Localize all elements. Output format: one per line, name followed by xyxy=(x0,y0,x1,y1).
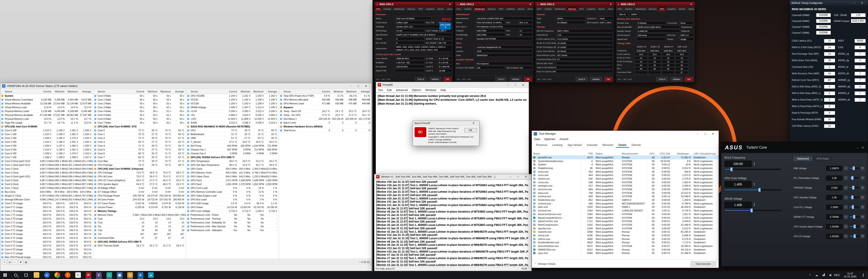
increase-button[interactable]: + xyxy=(861,176,865,180)
hwinfo-column-headers[interactable]: SensorCurrentMinimumMaximumAverage xyxy=(186,89,279,94)
validate-button[interactable]: Validate xyxy=(590,77,602,81)
cpuz-tab[interactable]: Mainboard xyxy=(634,7,647,11)
slider-track[interactable] xyxy=(849,207,859,208)
stepper-arrows[interactable]: ▲▼ xyxy=(753,203,755,207)
sensor-row[interactable]: GPU [#0]: NVIDIA GeForce RTX 2080 Ti xyxy=(93,240,186,244)
sensor-row[interactable]: AIO Pump944 RPM426 RPM1,044 RPM721 RPM xyxy=(186,144,279,148)
sensor-row[interactable]: Average Effective Clock4,996.2 MHz1,147.… xyxy=(0,198,93,202)
taskmgr-tab[interactable]: Dienste xyxy=(629,142,643,148)
cpuz-titlebar[interactable]: ⟁ ROG CPU-Z ✕ xyxy=(374,2,454,7)
cpuz-tab[interactable]: Caches xyxy=(623,7,634,11)
sensor-row[interactable]: Core 369 °C27 °C72 °C64 °C xyxy=(93,140,186,144)
taskbar-app-icon[interactable]: A xyxy=(135,271,146,279)
minimize-icon[interactable]: – xyxy=(857,146,859,149)
sensor-row[interactable]: Core 668 °C26 °C71 °C63 °C xyxy=(93,152,186,155)
sensor-row[interactable]: Aquaero xyxy=(279,105,372,109)
close-icon[interactable]: ✕ xyxy=(362,85,370,88)
sensor-row[interactable]: VCCIO1.200 V1.192 V1.208 V1.200 V xyxy=(186,98,279,102)
sensor-row[interactable]: Core 5 Clock4,997.5 MHz4,995.2 MHz5,098.… xyxy=(0,179,93,182)
volume-icon[interactable]: ◀) xyxy=(827,274,834,277)
timing-value-field[interactable]: 14 xyxy=(824,45,835,49)
sensor-row[interactable]: Temp - Vor CPU27.5 °C23.4 °C27.5 °C25.1 … xyxy=(279,113,372,117)
taskmgr-tab[interactable]: Prozesse xyxy=(534,142,550,148)
cpuz-tab[interactable]: Caches xyxy=(543,7,553,11)
sensor-row[interactable]: Core 2 T0 Usage100.0 %100.0 %100.0 %99.5… xyxy=(0,217,93,221)
slider-handle[interactable] xyxy=(730,167,733,171)
sensor-row[interactable]: Alarm Level0000 xyxy=(279,121,372,125)
sensor-row[interactable]: Core 2 Clock4,997.5 MHz4,995.2 MHz5,199.… xyxy=(0,167,93,171)
decrease-button[interactable]: − xyxy=(844,205,848,209)
sensor-row[interactable]: Performance Limit - ThermalNoNoNo- xyxy=(186,217,279,221)
sensor-row[interactable]: GPU Memory Used471 MB430 MB476 MB448 MB xyxy=(279,102,372,105)
sensor-row[interactable]: GPU Fan11,571 RPM1,568 RPM1,648 RPM1,585… xyxy=(186,179,279,182)
hwinfo-column-headers[interactable]: SensorCurrentMinimumMaximumAverage xyxy=(279,89,372,94)
sensor-row[interactable]: Virtual Memory Load13.6 %11.6 %14.5 %12.… xyxy=(0,105,93,109)
minimize-icon[interactable]: – xyxy=(506,175,514,178)
hwinfo-titlebar[interactable]: i HWiNFO64 v6.25-4020 Sensor Status (175… xyxy=(0,83,372,89)
taskbar-app-icon[interactable]: a xyxy=(146,271,156,279)
close-icon[interactable]: ✕ xyxy=(689,3,693,6)
slider-handle[interactable] xyxy=(854,234,856,238)
timing-value-field[interactable]: 4 xyxy=(824,85,835,89)
logging-icon[interactable]: ▤ xyxy=(7,260,12,264)
maximize-icon[interactable]: □ xyxy=(514,175,522,178)
sensor-row[interactable]: Core 7 Clock4,997.5 MHz4,995.0 MHz4,997.… xyxy=(0,186,93,190)
value-field[interactable]: 1.405 xyxy=(724,202,752,208)
sensor-row[interactable]: Performance Limit - UtilizationYesNoYes- xyxy=(186,228,279,232)
decrease-button[interactable]: − xyxy=(844,215,848,219)
sensor-row[interactable]: Windows Hardware Errors (WHEA) xyxy=(279,125,372,128)
sensor-row[interactable]: Physical Memory Load15.9 %12.6 %16.1 %13… xyxy=(0,117,93,121)
close-icon[interactable]: ✕ xyxy=(522,175,530,178)
sensor-row[interactable]: Memory Clock2,066.7 MHz2,066.4 MHz2,066.… xyxy=(93,213,186,217)
sensor-row[interactable]: Memory Timings xyxy=(93,209,186,213)
tools-button[interactable]: Tools ▾ xyxy=(495,77,507,81)
tools-button[interactable]: Tools ▾ xyxy=(415,77,427,81)
sensor-row[interactable]: CPU [#0]: Intel Core i9-9900K xyxy=(0,125,93,128)
close-icon[interactable]: ✕ xyxy=(519,83,527,87)
sensor-row[interactable]: Core 0 T1 Usage100.0 %100.0 %100.0 %99.6… xyxy=(0,205,93,209)
taskmgr-tab[interactable]: Leistung xyxy=(550,142,565,148)
taskbar-app-icon[interactable]: i xyxy=(104,271,114,279)
timing-value-field[interactable]: 7 xyxy=(855,52,866,56)
sensor-row[interactable]: +5V4.960 V4.920 V5.000 V4.960 V xyxy=(186,113,279,117)
menu-item[interactable]: Options xyxy=(410,88,423,92)
sensor-row[interactable]: T_Sensor27.5 °C23.5 °C28.0 °C25.5 °C xyxy=(186,140,279,144)
cpuz-tab[interactable]: Memory xyxy=(406,7,416,11)
slider-track[interactable] xyxy=(849,226,859,227)
sensor-row[interactable]: Core 3 T1 Usage100.0 %100.0 %100.0 %99.6… xyxy=(0,228,93,232)
sensor-row[interactable]: CPU74 °C28 °C76 °C68 °C xyxy=(186,128,279,132)
fewer-details-button[interactable]: ⌃Weniger Details xyxy=(535,262,556,265)
timing-value-field[interactable]: 16 xyxy=(824,118,835,121)
sensor-row[interactable]: Core 0 T0 Usage100.0 %100.0 %100.0 %99.8… xyxy=(0,202,93,205)
cpuz-tab[interactable]: About xyxy=(687,7,695,11)
close-icon[interactable]: ✕ xyxy=(528,3,532,6)
sensor-row[interactable]: Core 5 T0 Usage100.0 %100.0 %100.0 %95.8… xyxy=(0,240,93,244)
sensor-row[interactable]: Core 6 VID1.208 V1.196 V1.279 V1.254 V xyxy=(0,152,93,155)
turbov-tab[interactable]: Advanced xyxy=(794,156,812,161)
sensor-row[interactable]: Core 1 Clock (perf #1/1)4,997.5 MHz4,995… xyxy=(0,163,93,167)
sensor-row[interactable]: Core 2 Ratio50 x50 x52 x50 x xyxy=(93,102,186,105)
slider-track[interactable] xyxy=(724,210,781,211)
sensor-row[interactable]: GPU Memory Controller Load0 %0 %11 %1 % xyxy=(186,190,279,194)
sensor-row[interactable]: DRAM Voltage1.405 V1.397 V1.413 V1.405 V xyxy=(186,105,279,109)
language-indicator[interactable]: DEU xyxy=(834,274,840,277)
hwinfo-column-headers[interactable]: SensorCurrentMinimumMaximumAverage xyxy=(93,89,186,94)
minimize-icon[interactable]: – xyxy=(850,1,858,4)
sensor-row[interactable]: Core 570 °C27 °C73 °C65 °C xyxy=(93,148,186,152)
cpuz-tab[interactable]: Bench xyxy=(436,7,445,11)
start-button[interactable] xyxy=(0,271,10,279)
cpuz-tab[interactable]: Mainboard xyxy=(473,7,486,11)
sensor-row[interactable]: Core 3 T0 Usage100.0 %100.0 %100.0 %99.4… xyxy=(0,224,93,228)
close-icon[interactable]: ✕ xyxy=(709,132,717,135)
sensor-row[interactable]: Virtual Memory Available13,158 MB12,914 … xyxy=(0,102,93,105)
sensor-row[interactable]: Core 3 Ratio50 x50 x52 x50 x xyxy=(93,105,186,109)
sensor-row[interactable]: CPU GT Cores (Graphics)44.0 °C27.0 °C46.… xyxy=(93,179,186,182)
sensor-row[interactable]: Core 2 T1 Usage100.0 %100.0 %100.0 %99.8… xyxy=(0,221,93,224)
voltage-value-field[interactable]: 1.05 xyxy=(826,195,842,200)
sensor-row[interactable]: Core 6 T1 Usage100.0 %100.0 %100.0 %96.2… xyxy=(0,251,93,255)
sensor-row[interactable]: Core 4 Ratio50 x50 x51 x50 x xyxy=(93,109,186,113)
sensor-row[interactable]: Core 0 VID1.210 V1.198 V1.281 V1.256 V xyxy=(0,128,93,132)
slider-track[interactable] xyxy=(724,189,781,190)
process-row[interactable]: Taskmgr.exe6532Wird ausgeführtRoman000:0… xyxy=(532,255,719,255)
sensor-row[interactable]: Ring/LLC Clock4,797.6 MHz4,795.3 MHz4,80… xyxy=(0,194,93,198)
